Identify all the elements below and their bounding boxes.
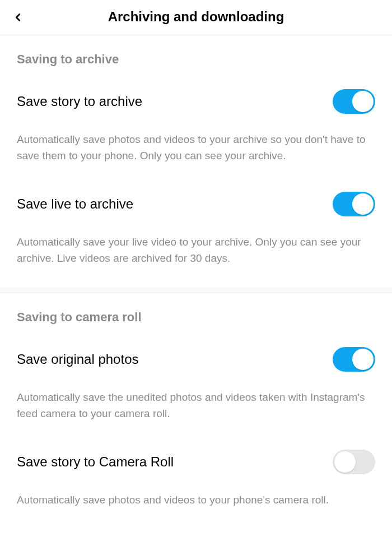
section-divider: [0, 288, 392, 293]
setting-label: Save live to archive: [17, 196, 133, 212]
back-button[interactable]: [10, 10, 26, 25]
setting-description: Automatically save photos and videos to …: [17, 492, 375, 508]
toggle-knob: [352, 193, 374, 215]
section-header-archive: Saving to archive: [17, 52, 375, 67]
setting-description: Automatically save your live video to yo…: [17, 234, 375, 266]
setting-label: Save story to archive: [17, 94, 142, 109]
section-header-camera-roll: Saving to camera roll: [17, 310, 375, 325]
setting-label: Save original photos: [17, 351, 138, 367]
setting-description: Automatically save the unedited photos a…: [17, 390, 375, 422]
toggle-save-original-photos[interactable]: [333, 347, 375, 372]
toggle-save-story-to-archive[interactable]: [333, 89, 375, 114]
toggle-knob: [352, 349, 374, 370]
toggle-save-live-to-archive[interactable]: [333, 192, 375, 216]
section-saving-to-camera-roll: Saving to camera roll Save original phot…: [0, 293, 392, 508]
chevron-left-icon: [12, 11, 24, 24]
setting-save-original-photos: Save original photos: [17, 347, 375, 372]
setting-description: Automatically save photos and videos to …: [17, 132, 375, 164]
setting-save-story-to-archive: Save story to archive: [17, 89, 375, 114]
toggle-knob: [334, 451, 356, 473]
setting-label: Save story to Camera Roll: [17, 454, 174, 470]
page-title: Archiving and downloading: [10, 9, 382, 25]
toggle-save-story-to-camera-roll[interactable]: [333, 450, 375, 474]
setting-save-live-to-archive: Save live to archive: [17, 192, 375, 216]
page-header: Archiving and downloading: [0, 0, 392, 35]
toggle-knob: [352, 91, 374, 112]
section-saving-to-archive: Saving to archive Save story to archive …: [0, 35, 392, 266]
setting-save-story-to-camera-roll: Save story to Camera Roll: [17, 450, 375, 474]
